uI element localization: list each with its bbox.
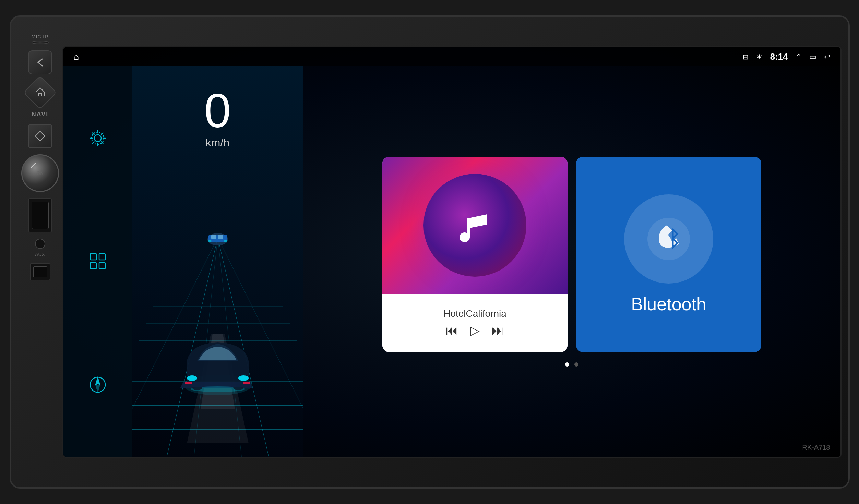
- up-chevron-icon[interactable]: ⌃: [796, 52, 802, 61]
- status-bar: ⌂ ⊟ ✶ 8:14 ⌃ ▭ ↩: [63, 47, 840, 66]
- home-diamond-button[interactable]: [23, 76, 57, 110]
- bluetooth-label: Bluetooth: [631, 294, 706, 314]
- back-button[interactable]: [28, 50, 52, 74]
- sidebar-settings-button[interactable]: [86, 126, 110, 150]
- svg-rect-18: [90, 263, 96, 269]
- svg-marker-22: [96, 385, 100, 392]
- back-nav-icon[interactable]: ↩: [824, 52, 830, 61]
- aux-label: AUX: [35, 252, 45, 257]
- music-card[interactable]: HotelCalifornia ⏮ ▷ ⏭: [382, 157, 568, 352]
- home-icon: [35, 86, 46, 97]
- next-track-button[interactable]: ⏭: [492, 323, 504, 338]
- home-status-button[interactable]: ⌂: [74, 51, 79, 62]
- navi-button[interactable]: [28, 124, 52, 148]
- back-icon: [34, 56, 46, 69]
- svg-rect-16: [90, 254, 96, 260]
- left-panel: MIC IR NAVI OK: [18, 24, 62, 480]
- apps-icon: [87, 251, 108, 272]
- navi-label: NAVI: [32, 111, 49, 118]
- svg-point-14: [94, 135, 101, 142]
- sidebar: [63, 66, 132, 457]
- ir-sensor: [32, 41, 49, 44]
- bluetooth-icon: [645, 215, 693, 263]
- album-circle: [423, 174, 526, 277]
- ok-label: OK: [36, 170, 43, 176]
- settings-icon: [87, 128, 108, 148]
- svg-rect-19: [99, 263, 105, 269]
- app-switcher-icon[interactable]: ▭: [809, 52, 816, 61]
- speed-display-area: 0 km/h: [132, 66, 303, 457]
- car-unit-bezel: MIC IR NAVI OK: [10, 15, 850, 489]
- main-screen: ⌂ ⊟ ✶ 8:14 ⌃ ▭ ↩: [62, 46, 842, 458]
- bluetooth-status-icon[interactable]: ✶: [756, 52, 762, 61]
- usb-inner: [33, 266, 47, 277]
- rotary-knob[interactable]: OK: [21, 154, 59, 192]
- card-slot: [28, 198, 52, 232]
- page-dot-1[interactable]: [565, 362, 569, 367]
- status-right: ⊟ ✶ 8:14 ⌃ ▭ ↩: [743, 51, 830, 62]
- track-name: HotelCalifornia: [443, 308, 506, 319]
- home-diamond-inner: [35, 86, 46, 99]
- sidebar-navigation-button[interactable]: [86, 373, 110, 397]
- navi-diamond-icon: [34, 130, 46, 142]
- page-dot-2[interactable]: [574, 362, 578, 367]
- music-controls: ⏮ ▷ ⏭: [446, 323, 504, 338]
- navigation-icon: [87, 374, 108, 395]
- res-button[interactable]: [35, 239, 45, 249]
- svg-marker-21: [96, 378, 100, 385]
- sidebar-apps-button[interactable]: [86, 249, 110, 273]
- cards-row: HotelCalifornia ⏮ ▷ ⏭: [382, 157, 761, 352]
- bluetooth-icon-circle: [624, 194, 713, 284]
- clock-display: 8:14: [770, 51, 788, 62]
- play-button[interactable]: ▷: [470, 323, 480, 338]
- card-slot-inner: [32, 202, 49, 229]
- speed-value: 0: [204, 87, 231, 135]
- music-note-icon: [451, 201, 499, 249]
- cast-status-icon[interactable]: ⊟: [743, 53, 749, 61]
- music-album-art: [382, 157, 568, 294]
- speed-unit: km/h: [206, 136, 229, 149]
- usb-slot: [30, 263, 50, 280]
- music-card-bottom: HotelCalifornia ⏮ ▷ ⏭: [382, 294, 568, 352]
- mic-ir-label: MIC IR: [32, 34, 49, 39]
- bluetooth-card[interactable]: Bluetooth: [576, 157, 761, 352]
- cards-area: HotelCalifornia ⏮ ▷ ⏭: [303, 66, 840, 457]
- aux-area: AUX: [35, 239, 45, 257]
- svg-rect-17: [99, 254, 105, 260]
- prev-track-button[interactable]: ⏮: [446, 323, 458, 338]
- mic-ir-area: MIC IR: [26, 34, 54, 44]
- svg-marker-0: [35, 131, 45, 141]
- page-dots: [565, 362, 578, 367]
